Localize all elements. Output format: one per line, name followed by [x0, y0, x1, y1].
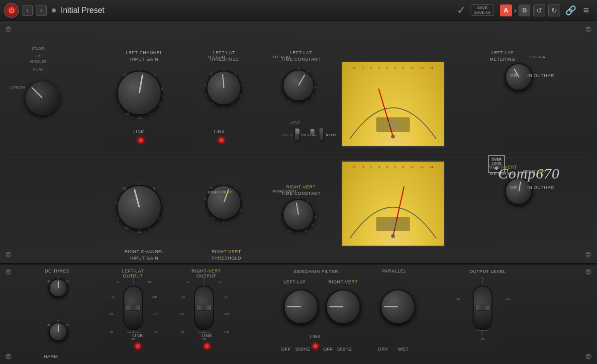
- los-angeles-label: LOSANGELES: [30, 53, 46, 64]
- left-gain-link-label: LINK: [133, 129, 144, 134]
- sidechain-right-off: OFF: [323, 347, 333, 352]
- right-time-constant-knob[interactable]: 1 2 3 4 5 6 7 A: [279, 195, 318, 235]
- checkmark-button[interactable]: ✓: [457, 4, 466, 17]
- left-channel-input-gain-label: LEFT CHANNELINPUT GAIN: [114, 50, 174, 62]
- svg-text:+20: +20: [224, 330, 229, 333]
- left-output-link-led[interactable]: [135, 343, 141, 349]
- sidechain-right-knob[interactable]: [326, 289, 361, 324]
- left-lat-output-area: ∧ -5 +5 -10 +10 -15 +15 -20 +20 dB: [108, 275, 158, 350]
- svg-text:-10: -10: [181, 295, 186, 298]
- left-time-constant-knob[interactable]: 1 2 3 4 5 6 7 A: [279, 66, 318, 105]
- left-threshold-link-led[interactable]: [218, 137, 224, 143]
- menu-button[interactable]: ≡: [579, 4, 593, 16]
- left-lat-output-fader[interactable]: [123, 285, 143, 330]
- right-metering-gr: GR: [510, 185, 518, 190]
- sidechain-left-knob[interactable]: [284, 289, 318, 324]
- svg-text:5: 5: [223, 106, 225, 109]
- svg-text:+10: +10: [222, 295, 228, 298]
- link-button[interactable]: 🔗: [565, 5, 576, 16]
- svg-text:5: 5: [311, 94, 313, 97]
- dc-thres-label: DC THRES: [45, 269, 70, 273]
- next-button[interactable]: ›: [36, 5, 47, 16]
- left-gain-link-led[interactable]: [138, 137, 144, 143]
- mode-knob[interactable]: [25, 81, 60, 115]
- screw-tr: [585, 26, 592, 33]
- output-level-fader[interactable]: [473, 285, 493, 330]
- redo-button[interactable]: ↻: [548, 4, 560, 16]
- left-vu-meter: 10 7 5 3 2 1 0 +1 +2 +3: [341, 61, 445, 148]
- right-vert-meter-label: RIGHT-VERT: [523, 169, 547, 174]
- harm-knob[interactable]: 0 +10 -10: [46, 319, 71, 344]
- screw-bl: [5, 251, 12, 258]
- left-lat-metering-label: LEFT-LATMETERING: [478, 50, 527, 62]
- svg-text:4: 4: [314, 215, 316, 218]
- svg-text:6: 6: [305, 229, 307, 232]
- svg-text:A: A: [289, 100, 291, 103]
- svg-text:-10: -10: [110, 295, 115, 298]
- svg-text:∧: ∧: [132, 277, 134, 280]
- vert-label: VERT: [326, 133, 336, 137]
- london-label: LONDON: [10, 86, 25, 89]
- svg-text:-15: -15: [456, 298, 460, 301]
- lower-section: DC THRES 0 +10 -10 HARM 0 +10 -1: [0, 265, 597, 364]
- sidechain-left-off: OFF: [281, 347, 291, 352]
- b-button[interactable]: B: [518, 4, 530, 16]
- right-input-gain-knob[interactable]: 0 2 4 6 8 10 12 14 16 18: [112, 180, 167, 235]
- lat-vert-toggle[interactable]: [319, 128, 324, 142]
- left-metering-gr: GR: [510, 73, 518, 78]
- sidechain-right-vert-label: RIGHT-VERT: [328, 279, 358, 284]
- svg-text:-5: -5: [116, 280, 119, 283]
- right-vu-meter: 10 7 5 3 2 1 0 +1 +2 +3 OVER: [341, 160, 445, 247]
- a-button[interactable]: A: [500, 4, 512, 16]
- screw-lower-br: [585, 353, 592, 360]
- right-output-link-led[interactable]: [204, 343, 210, 349]
- right-metering-har: HAR: [544, 185, 554, 190]
- upper-section: STUDIO LOSANGELES MILAN LONDON LEFT CHAN…: [0, 21, 597, 265]
- screw-lower-tr: [585, 269, 592, 275]
- svg-text:+5: +5: [148, 280, 152, 283]
- left-label: LEFT: [283, 133, 293, 137]
- prev-button[interactable]: ‹: [22, 5, 33, 16]
- right-vert-output-fader[interactable]: [194, 285, 214, 330]
- prev-icon: ‹: [26, 7, 28, 14]
- agc-label: AGC: [290, 120, 300, 125]
- milan-label: MILAN: [30, 67, 46, 72]
- left-metering-in: IN: [527, 73, 532, 78]
- svg-text:+15: +15: [224, 313, 229, 316]
- right-metering-out: OUT: [534, 185, 544, 190]
- top-bar: ⏻ ‹ › Initial Preset ✓ SAVE SAVE AS A › …: [0, 0, 597, 21]
- svg-text:0: 0: [482, 277, 484, 280]
- right-vu-meter-inner: 10 7 5 3 2 1 0 +1 +2 +3 OVER: [342, 162, 444, 246]
- svg-text:10: 10: [137, 230, 141, 233]
- svg-rect-37: [376, 217, 410, 231]
- output-level-label: OUTPUT LEVEL: [463, 269, 512, 275]
- left-lat-tc-label: LEFT-LAT: [273, 55, 291, 59]
- right-vert-tc-label: RIGHT-VERT: [273, 189, 297, 193]
- svg-text:-20: -20: [109, 330, 113, 333]
- mode-selector-area: STUDIO LOSANGELES MILAN LONDON: [25, 81, 60, 115]
- main-panel: STUDIO LOSANGELES MILAN LONDON LEFT CHAN…: [0, 21, 597, 364]
- parallel-knob[interactable]: [381, 289, 415, 324]
- power-button[interactable]: ⏻: [4, 3, 19, 18]
- svg-text:OVER: OVER: [388, 220, 398, 224]
- left-input-gain-knob[interactable]: 0 2 4 6 8 10 12 14 16 18: [112, 66, 167, 120]
- screw-br: [585, 251, 592, 258]
- undo-button[interactable]: ↺: [533, 4, 545, 16]
- studio-label: STUDIO: [30, 46, 46, 51]
- parallel-dry-label: DRY: [378, 347, 388, 352]
- left-right-toggle[interactable]: [295, 128, 299, 142]
- svg-text:+15: +15: [153, 313, 158, 316]
- left-lat-threshold-knob[interactable]: 0 1 2 3 4 5 6 7 8 9: [201, 66, 246, 110]
- svg-text:+5: +5: [218, 280, 222, 283]
- screw-tl: [5, 26, 12, 33]
- ab-group: A › B: [500, 4, 530, 16]
- agc-toggle-group: LEFT RIGHT: [283, 128, 313, 142]
- left-threshold-link-label: LINK: [214, 129, 225, 134]
- right-vert-threshold-knob[interactable]: 0 1 2 3 4 5 6 7 8 9: [201, 180, 246, 225]
- sidechain-link-label: LINK: [310, 334, 321, 339]
- svg-text:+20: +20: [153, 330, 158, 333]
- svg-text:-5: -5: [187, 280, 190, 283]
- save-group[interactable]: SAVE SAVE AS: [471, 4, 494, 16]
- dc-thres-knob[interactable]: 0 +10 -10: [46, 275, 71, 300]
- sidechain-link-led[interactable]: [312, 343, 318, 349]
